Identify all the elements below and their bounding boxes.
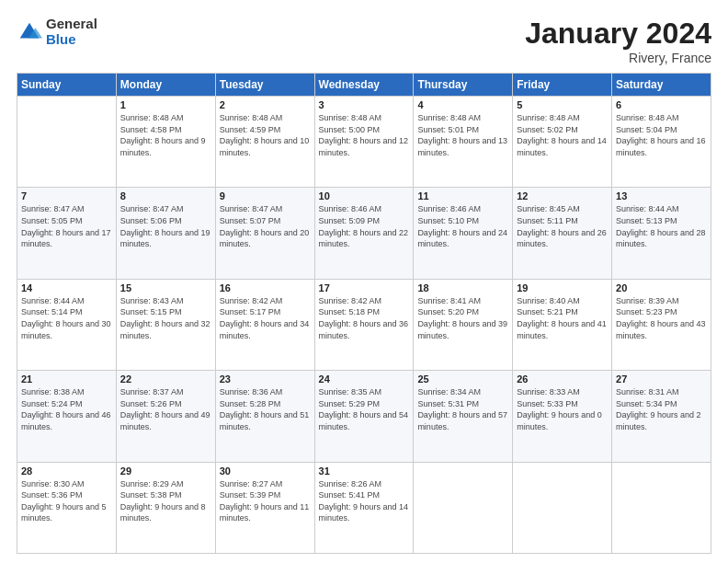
day-info: Sunrise: 8:48 AMSunset: 4:58 PMDaylight:… — [120, 112, 211, 158]
day-number: 20 — [616, 282, 707, 293]
day-number: 27 — [616, 373, 707, 385]
title-block: January 2024 Rivery, France — [525, 17, 711, 65]
logo: General Blue — [17, 17, 97, 47]
day-info: Sunrise: 8:47 AMSunset: 5:05 PMDaylight:… — [21, 203, 112, 249]
day-number: 23 — [220, 373, 311, 385]
header: General Blue January 2024 Rivery, France — [17, 17, 711, 65]
day-number: 6 — [616, 99, 707, 110]
col-monday: Monday — [116, 74, 215, 97]
location: Rivery, France — [525, 51, 711, 65]
page: General Blue January 2024 Rivery, France… — [0, 0, 728, 563]
main-title: January 2024 — [525, 17, 711, 51]
day-info: Sunrise: 8:46 AMSunset: 5:09 PMDaylight:… — [319, 203, 410, 249]
header-row: Sunday Monday Tuesday Wednesday Thursday… — [17, 74, 711, 97]
calendar-cell: 25Sunrise: 8:34 AMSunset: 5:31 PMDayligh… — [414, 371, 513, 462]
day-info: Sunrise: 8:48 AMSunset: 5:04 PMDaylight:… — [616, 112, 707, 158]
calendar-cell: 2Sunrise: 8:48 AMSunset: 4:59 PMDaylight… — [215, 97, 314, 188]
day-info: Sunrise: 8:48 AMSunset: 5:00 PMDaylight:… — [319, 112, 410, 158]
day-number: 1 — [120, 99, 211, 110]
calendar-cell: 16Sunrise: 8:42 AMSunset: 5:17 PMDayligh… — [215, 279, 314, 370]
calendar-cell: 26Sunrise: 8:33 AMSunset: 5:33 PMDayligh… — [513, 371, 612, 462]
day-number: 2 — [220, 99, 311, 110]
day-info: Sunrise: 8:30 AMSunset: 5:36 PMDaylight:… — [21, 478, 112, 524]
calendar-cell: 23Sunrise: 8:36 AMSunset: 5:28 PMDayligh… — [215, 371, 314, 462]
day-info: Sunrise: 8:26 AMSunset: 5:41 PMDaylight:… — [319, 478, 410, 524]
day-info: Sunrise: 8:33 AMSunset: 5:33 PMDaylight:… — [517, 386, 608, 432]
calendar-cell — [414, 462, 513, 553]
day-number: 8 — [120, 190, 211, 201]
calendar-cell: 18Sunrise: 8:41 AMSunset: 5:20 PMDayligh… — [414, 279, 513, 370]
day-info: Sunrise: 8:39 AMSunset: 5:23 PMDaylight:… — [616, 295, 707, 341]
calendar-cell: 12Sunrise: 8:45 AMSunset: 5:11 PMDayligh… — [513, 188, 612, 279]
calendar-cell: 19Sunrise: 8:40 AMSunset: 5:21 PMDayligh… — [513, 279, 612, 370]
calendar-cell: 3Sunrise: 8:48 AMSunset: 5:00 PMDaylight… — [314, 97, 414, 188]
calendar-cell: 10Sunrise: 8:46 AMSunset: 5:09 PMDayligh… — [314, 188, 414, 279]
day-number: 11 — [417, 190, 508, 201]
day-number: 31 — [319, 465, 410, 477]
calendar-cell: 20Sunrise: 8:39 AMSunset: 5:23 PMDayligh… — [612, 279, 711, 370]
week-row-4: 21Sunrise: 8:38 AMSunset: 5:24 PMDayligh… — [17, 371, 711, 462]
calendar-cell: 13Sunrise: 8:44 AMSunset: 5:13 PMDayligh… — [612, 188, 711, 279]
calendar-cell: 30Sunrise: 8:27 AMSunset: 5:39 PMDayligh… — [215, 462, 314, 553]
col-friday: Friday — [513, 74, 612, 97]
day-number: 14 — [21, 282, 112, 293]
day-info: Sunrise: 8:37 AMSunset: 5:26 PMDaylight:… — [120, 386, 211, 432]
day-number: 28 — [21, 465, 112, 477]
day-number: 12 — [517, 190, 608, 201]
calendar-cell: 11Sunrise: 8:46 AMSunset: 5:10 PMDayligh… — [414, 188, 513, 279]
col-wednesday: Wednesday — [314, 74, 414, 97]
day-info: Sunrise: 8:46 AMSunset: 5:10 PMDaylight:… — [417, 203, 508, 249]
day-info: Sunrise: 8:48 AMSunset: 4:59 PMDaylight:… — [220, 112, 311, 158]
day-number: 30 — [220, 465, 311, 477]
day-info: Sunrise: 8:42 AMSunset: 5:17 PMDaylight:… — [220, 295, 311, 341]
col-thursday: Thursday — [414, 74, 513, 97]
day-number: 5 — [517, 99, 608, 110]
day-number: 4 — [417, 99, 508, 110]
day-info: Sunrise: 8:34 AMSunset: 5:31 PMDaylight:… — [417, 386, 508, 432]
calendar-table: Sunday Monday Tuesday Wednesday Thursday… — [17, 73, 711, 554]
calendar-cell — [513, 462, 612, 553]
day-number: 15 — [120, 282, 211, 293]
logo-blue: Blue — [46, 32, 97, 48]
week-row-1: 1Sunrise: 8:48 AMSunset: 4:58 PMDaylight… — [17, 97, 711, 188]
day-number: 26 — [517, 373, 608, 385]
day-number: 16 — [220, 282, 311, 293]
calendar-cell — [17, 97, 117, 188]
logo-general: General — [46, 17, 97, 32]
calendar-cell: 22Sunrise: 8:37 AMSunset: 5:26 PMDayligh… — [116, 371, 215, 462]
calendar-cell — [612, 462, 711, 553]
calendar-cell: 14Sunrise: 8:44 AMSunset: 5:14 PMDayligh… — [17, 279, 117, 370]
day-number: 10 — [319, 190, 410, 201]
day-number: 13 — [616, 190, 707, 201]
calendar-cell: 24Sunrise: 8:35 AMSunset: 5:29 PMDayligh… — [314, 371, 414, 462]
day-number: 25 — [417, 373, 508, 385]
day-info: Sunrise: 8:45 AMSunset: 5:11 PMDaylight:… — [517, 203, 608, 249]
calendar-cell: 9Sunrise: 8:47 AMSunset: 5:07 PMDaylight… — [215, 188, 314, 279]
day-number: 22 — [120, 373, 211, 385]
week-row-2: 7Sunrise: 8:47 AMSunset: 5:05 PMDaylight… — [17, 188, 711, 279]
calendar-cell: 28Sunrise: 8:30 AMSunset: 5:36 PMDayligh… — [17, 462, 117, 553]
day-info: Sunrise: 8:47 AMSunset: 5:06 PMDaylight:… — [120, 203, 211, 249]
day-number: 29 — [120, 465, 211, 477]
day-info: Sunrise: 8:27 AMSunset: 5:39 PMDaylight:… — [220, 478, 311, 524]
day-info: Sunrise: 8:36 AMSunset: 5:28 PMDaylight:… — [220, 386, 311, 432]
calendar-cell: 17Sunrise: 8:42 AMSunset: 5:18 PMDayligh… — [314, 279, 414, 370]
day-number: 24 — [319, 373, 410, 385]
day-info: Sunrise: 8:40 AMSunset: 5:21 PMDaylight:… — [517, 295, 608, 341]
week-row-5: 28Sunrise: 8:30 AMSunset: 5:36 PMDayligh… — [17, 462, 711, 553]
day-info: Sunrise: 8:38 AMSunset: 5:24 PMDaylight:… — [21, 386, 112, 432]
day-info: Sunrise: 8:42 AMSunset: 5:18 PMDaylight:… — [319, 295, 410, 341]
logo-icon — [17, 19, 42, 45]
day-number: 21 — [21, 373, 112, 385]
day-number: 7 — [21, 190, 112, 201]
calendar-cell: 29Sunrise: 8:29 AMSunset: 5:38 PMDayligh… — [116, 462, 215, 553]
day-info: Sunrise: 8:44 AMSunset: 5:13 PMDaylight:… — [616, 203, 707, 249]
day-number: 18 — [417, 282, 508, 293]
calendar-cell: 1Sunrise: 8:48 AMSunset: 4:58 PMDaylight… — [116, 97, 215, 188]
day-info: Sunrise: 8:29 AMSunset: 5:38 PMDaylight:… — [120, 478, 211, 524]
day-number: 3 — [319, 99, 410, 110]
calendar-cell: 7Sunrise: 8:47 AMSunset: 5:05 PMDaylight… — [17, 188, 117, 279]
day-info: Sunrise: 8:35 AMSunset: 5:29 PMDaylight:… — [319, 386, 410, 432]
calendar-cell: 31Sunrise: 8:26 AMSunset: 5:41 PMDayligh… — [314, 462, 414, 553]
col-saturday: Saturday — [612, 74, 711, 97]
